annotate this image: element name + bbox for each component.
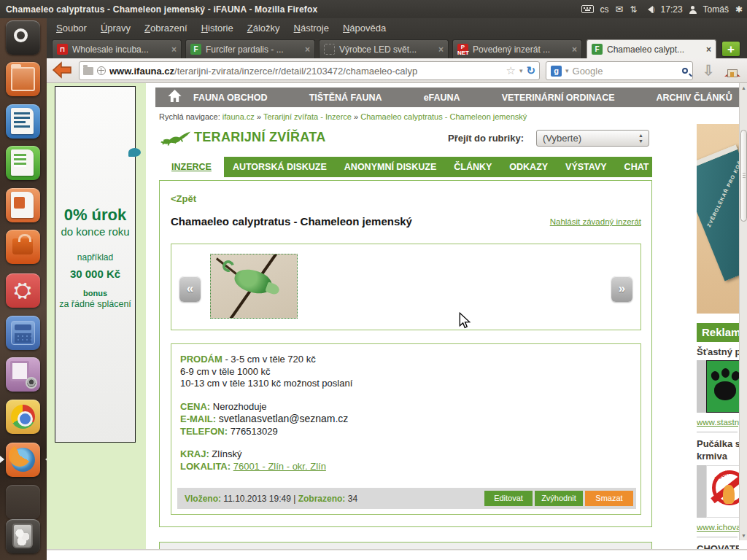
rubric-title: TERARIJNÍ ZVÍŘATA [194, 130, 325, 145]
rubric-select[interactable]: (Vyberte) ▲▼ [536, 130, 649, 147]
default-favicon [324, 44, 335, 55]
report-ad-link[interactable]: Nahlásit závadný inzerát [550, 217, 641, 226]
nav-efauna[interactable]: eFAUNA [424, 93, 460, 103]
fauna-favicon: F [592, 44, 603, 55]
libreoffice-impress-icon[interactable] [6, 188, 40, 222]
tab-chat[interactable]: CHAT [616, 157, 658, 177]
pucalka-logo-icon: PUČÁL [706, 465, 739, 518]
firefox-icon[interactable] [6, 443, 40, 477]
menu-zalozky[interactable]: Záložky [247, 23, 280, 34]
back-button[interactable] [50, 60, 74, 81]
bookmark-star-icon[interactable]: ☆ [506, 64, 515, 77]
user-name-label[interactable]: Tomáš [703, 4, 729, 15]
horizontal-scrollbar[interactable]: ◀ ▶ [47, 549, 747, 551]
navigation-toolbar: www.ifauna.cz/terarijni-zvirata/inzerce/… [47, 58, 747, 83]
reload-icon[interactable]: ↻ [526, 64, 535, 77]
tab-vyrobce-led[interactable]: Výrobce LED svět... × [319, 39, 449, 58]
menu-upravy[interactable]: Úpravy [101, 23, 131, 34]
url-text[interactable]: www.ifauna.cz/terarijni-zvirata/inzerce/… [109, 66, 502, 77]
engine-dropdown-icon[interactable]: ▾ [565, 67, 569, 74]
breadcrumb-link-current[interactable]: Chamaeleo calyptratus - Chameleon jemens… [360, 112, 527, 121]
sidebar-ad2-logo[interactable]: PUČÁL [697, 465, 739, 518]
firefox-menubar: Soubor Úpravy Zobrazení Historie Záložky… [47, 18, 747, 38]
scroll-up-icon[interactable]: ▲ [740, 85, 747, 90]
trash-icon[interactable] [6, 519, 40, 553]
jump-rubric-label: Přejít do rubriky: [448, 133, 524, 144]
carousel-prev-button[interactable]: « [179, 276, 201, 302]
mail-icon[interactable]: ✉ [616, 4, 624, 15]
volume-icon[interactable]: )) [644, 6, 654, 13]
menu-napoveda[interactable]: Nápověda [343, 23, 386, 34]
sidebar-ad1-logo[interactable] [697, 360, 739, 413]
tab-chamaeleo-active[interactable]: F Chamaeleo calypt... × [587, 39, 716, 58]
breadcrumb-link-inzerce[interactable]: Terarijní zvířata - Inzerce [263, 112, 352, 121]
sidebar-ad1-link[interactable]: www.stastnypes [697, 418, 739, 427]
webcam-app-icon[interactable] [6, 357, 40, 392]
tab-povedeny-inzerat[interactable]: PNET Povedený inzerát ... × [452, 39, 582, 58]
tab-close-icon[interactable]: × [572, 44, 577, 55]
fauna-favicon: F [190, 44, 201, 55]
tab-vystavy[interactable]: VÝSTAVY [557, 157, 616, 177]
tab-wholesale[interactable]: Wholesale incuba... × [52, 39, 182, 58]
tab-close-icon[interactable]: × [171, 44, 177, 55]
tab-inzerce[interactable]: INZERCE [159, 157, 224, 177]
menu-zobrazeni[interactable]: Zobrazení [144, 23, 187, 34]
book-ad-image[interactable]: ZVĚROLÉKAŘ PRO KOČKU [697, 124, 739, 314]
dash-home-icon[interactable] [6, 20, 40, 55]
archive-icon[interactable] [6, 485, 40, 519]
carousel-next-button[interactable]: » [611, 276, 632, 302]
search-bar[interactable]: g ▾ Google [546, 61, 693, 80]
software-center-icon[interactable] [6, 230, 40, 264]
chameleon-photo[interactable] [210, 254, 298, 319]
libreoffice-writer-icon[interactable] [6, 104, 40, 139]
nav-fauna-obchod[interactable]: FAUNA OBCHOD [193, 93, 268, 103]
calculator-icon[interactable] [6, 316, 40, 350]
chrome-icon[interactable] [6, 400, 40, 434]
scroll-down-icon[interactable]: ▼ [740, 533, 747, 538]
tab-furcifer[interactable]: F Furcifer pardalis - ... × [185, 39, 315, 58]
tab-close-icon[interactable]: × [438, 44, 444, 55]
nav-tistena-fauna[interactable]: TIŠTĚNÁ FAUNA [309, 93, 382, 103]
tab-close-icon[interactable]: × [706, 44, 711, 55]
locality-link[interactable]: 76001 - Zlín - okr. Zlín [233, 461, 326, 472]
tab-close-icon[interactable]: × [305, 44, 310, 55]
keyboard-layout-icon[interactable] [581, 5, 594, 13]
files-icon[interactable] [6, 62, 40, 96]
sidebar-ad1-title: Šťastný pes [697, 346, 739, 357]
tab-odkazy[interactable]: ODKAZY [500, 157, 557, 177]
breadcrumb-link-home[interactable]: ifauna.cz [222, 112, 255, 121]
downloads-button[interactable]: ⇩ [698, 61, 719, 80]
system-settings-icon[interactable]: ⛭ [6, 273, 40, 308]
tab-autorska-diskuze[interactable]: AUTORSKÁ DISKUZE [224, 157, 336, 177]
clock-label[interactable]: 17:23 [661, 4, 683, 15]
url-dropdown-icon[interactable]: ▾ [519, 67, 523, 74]
url-bar[interactable]: www.ifauna.cz/terarijni-zvirata/inzerce/… [79, 61, 540, 80]
bank-ad-banner[interactable]: 0% úrok do konce roku například 30 000 K… [55, 86, 136, 443]
new-tab-button[interactable]: + [721, 41, 740, 57]
site-home-icon[interactable] [155, 90, 193, 105]
nav-veterinarni-ordinace[interactable]: VETERINÁRNÍ ORDINACE [502, 93, 615, 103]
user-icon[interactable] [689, 6, 697, 13]
back-link[interactable]: <Zpět [171, 193, 196, 204]
session-gear-icon[interactable]: ✱ [735, 4, 743, 15]
sidebar-ad2-link[interactable]: www.ichovatel [697, 523, 739, 532]
keyboard-lang-label[interactable]: cs [600, 4, 609, 15]
delete-button[interactable]: Smazat [585, 491, 633, 506]
vertical-scrollbar[interactable]: ▲ ▼ [739, 83, 747, 540]
search-placeholder[interactable]: Google [573, 66, 678, 77]
promote-button[interactable]: Zvýhodnit [535, 491, 583, 506]
vertical-scroll-thumb[interactable] [740, 130, 747, 222]
search-magnifier-icon[interactable] [682, 68, 688, 74]
menu-historie[interactable]: Historie [201, 23, 233, 34]
google-engine-icon[interactable]: g [551, 66, 562, 77]
tab-clanky[interactable]: ČLÁNKY [445, 157, 500, 177]
ad-description: PRODÁM - 3-5 cm v těle 720 kč 6-9 cm v t… [171, 344, 640, 472]
network-icon[interactable]: ⇅ [630, 4, 638, 15]
menu-soubor[interactable]: Soubor [56, 23, 87, 34]
home-button[interactable] [724, 62, 743, 79]
edit-button[interactable]: Editovat [484, 491, 533, 506]
site-identity-icon[interactable] [83, 67, 93, 75]
menu-nastroje[interactable]: Nástroje [294, 23, 329, 34]
tab-anonymni-diskuze[interactable]: ANONYMNÍ DISKUZE [336, 157, 445, 177]
libreoffice-calc-icon[interactable] [6, 146, 40, 180]
